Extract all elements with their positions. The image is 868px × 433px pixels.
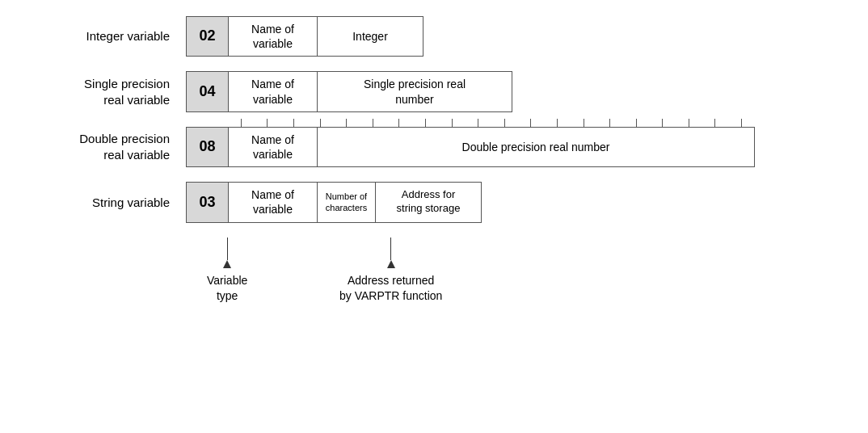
num-chars: Number ofcharacters [318,183,376,221]
label-single: Single precisionreal variable [24,76,186,107]
blocks-integer: 02 Name ofvariable Integer [186,16,423,57]
diagram: Integer variable 02 Name ofvariable Inte… [24,16,841,326]
row-single: Single precisionreal variable 04 Name of… [24,71,841,111]
type-single: Single precision realnumber [318,72,512,111]
name-integer: Name ofvariable [229,17,318,56]
type-code-04: 04 [187,72,229,111]
name-string: Name ofvariable [229,183,318,221]
type-double: Double precision real number [318,128,754,166]
varptr-arrow-line [390,238,391,260]
label-string: String variable [24,195,186,211]
type-integer: Integer [318,17,423,56]
row-double: Double precisionreal variable [24,127,841,167]
blocks-single: 04 Name ofvariable Single precision real… [186,71,512,111]
type-code-03: 03 [187,183,229,221]
row-integer: Integer variable 02 Name ofvariable Inte… [24,16,841,57]
annotations: Variabletype Address returnedby VARPTR f… [186,238,841,326]
label-integer: Integer variable [24,28,186,44]
blocks-double: 08 Name ofvariable Double precision real… [186,127,755,167]
vartype-annotation: Variabletype [207,238,247,305]
blocks-string: 03 Name ofvariable Number ofcharacters A… [186,182,482,222]
name-double: Name ofvariable [229,128,318,166]
varptr-label: Address returnedby VARPTR function [339,273,442,305]
type-code-08: 08 [187,128,229,166]
addr-string: Address forstring storage [376,183,481,221]
label-double: Double precisionreal variable [24,131,186,162]
varptr-annotation: Address returnedby VARPTR function [339,238,442,305]
vartype-arrowhead [223,260,231,268]
type-code-02: 02 [187,17,229,56]
vartype-label: Variabletype [207,273,247,305]
vartype-arrow-line [227,238,228,260]
varptr-arrowhead [387,260,395,268]
tick-marks [228,119,755,127]
row-string: String variable 03 Name ofvariable Numbe… [24,182,841,222]
name-single: Name ofvariable [229,72,318,111]
